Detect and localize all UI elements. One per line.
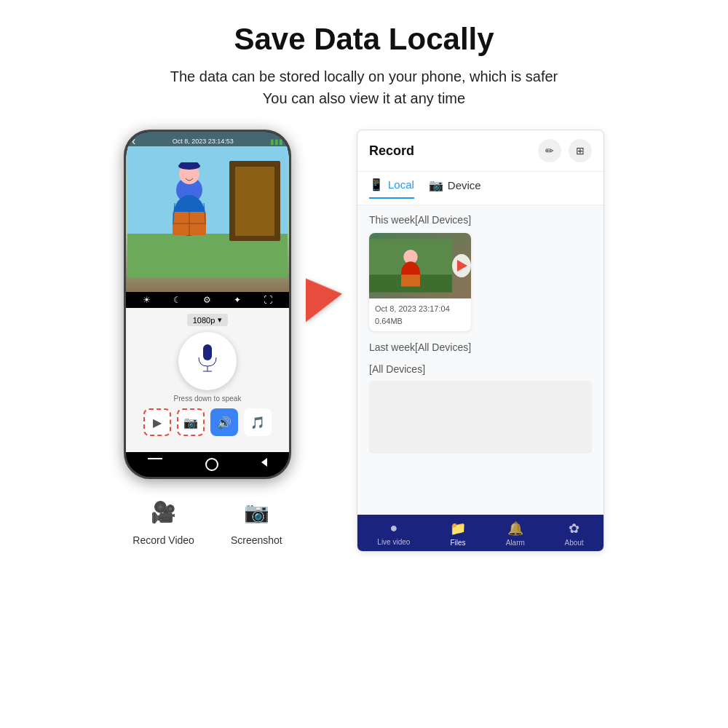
record-video-bottom-label: Record Video <box>132 534 194 546</box>
local-tab-icon: 📱 <box>369 178 384 191</box>
music-button[interactable]: 🎵 <box>244 408 272 436</box>
local-tab-label: Local <box>388 178 414 191</box>
moon-icon[interactable]: ☾ <box>173 295 181 305</box>
live-video-nav-label: Live video <box>377 538 410 546</box>
files-nav-label: Files <box>450 539 465 547</box>
record-video-button[interactable]: ▶ <box>143 408 171 436</box>
app-header-title: Record <box>369 143 414 159</box>
action-buttons: ▶ 📷 🔊 🎵 <box>143 408 272 436</box>
brightness2-icon[interactable]: ✦ <box>234 295 241 305</box>
nav-files[interactable]: 📁 Files <box>450 521 466 547</box>
video-size-1: 0.64MB <box>375 315 465 328</box>
settings-icon[interactable]: ⚙ <box>203 295 211 305</box>
layers-icon-button[interactable]: ⊞ <box>569 139 592 162</box>
phone-nav-bar <box>126 452 289 477</box>
all-devices-empty <box>369 381 592 454</box>
svg-rect-14 <box>203 344 212 360</box>
tab-local[interactable]: 📱 Local <box>369 178 414 199</box>
tab-device[interactable]: 📷 Device <box>429 178 481 199</box>
resolution-dropdown-icon: ▾ <box>218 315 222 325</box>
thumbnail-svg <box>369 233 452 298</box>
microphone-icon <box>196 344 219 378</box>
edit-icon: ✏ <box>545 145 554 157</box>
files-nav-icon: 📁 <box>450 521 466 537</box>
subtitle-line1: The data can be stored locally on your p… <box>170 68 558 84</box>
svg-rect-3 <box>235 167 274 236</box>
play-button-1[interactable] <box>452 254 471 277</box>
nav-menu-icon[interactable] <box>148 458 162 459</box>
svg-rect-8 <box>180 162 199 168</box>
app-header-icons: ✏ ⊞ <box>538 139 592 162</box>
page-subtitle: The data can be stored locally on your p… <box>170 66 558 109</box>
page-container: Save Data Locally The data can be stored… <box>0 0 728 728</box>
press-to-speak-label: Press down to speak <box>174 395 242 403</box>
alarm-nav-label: Alarm <box>506 539 525 547</box>
camera-scene <box>126 132 289 292</box>
app-screen: Record ✏ ⊞ 📱 Local 📷 De <box>357 130 604 552</box>
this-week-label: This week[All Devices] <box>369 214 592 226</box>
resolution-value: 1080p <box>193 316 215 325</box>
resolution-selector[interactable]: 1080p ▾ <box>187 314 229 326</box>
live-video-nav-icon: ● <box>389 521 397 536</box>
app-content: This week[All Devices] <box>357 205 604 515</box>
nav-home-icon[interactable] <box>205 458 218 471</box>
main-content: ‹ Oct 8, 2023 23:14:53 ▮▮▮ <box>29 130 699 713</box>
edit-icon-button[interactable]: ✏ <box>538 139 561 162</box>
video-thumbnail-1 <box>369 233 471 298</box>
screenshot-icon: 📷 <box>183 416 198 430</box>
subtitle-line2: You can also view it at any time <box>263 90 465 106</box>
alarm-nav-icon: 🔔 <box>507 521 523 537</box>
nav-back-icon[interactable] <box>261 458 267 467</box>
phone-bottom-icons: 🎥 Record Video 📷 Screenshot <box>132 494 282 546</box>
video-card-1[interactable]: Oct 8, 2023 23:17:04 0.64MB <box>369 233 471 331</box>
app-tabs: 📱 Local 📷 Device <box>357 172 604 205</box>
record-video-label-item: 🎥 Record Video <box>132 494 194 546</box>
delivery-scene-svg <box>127 146 288 277</box>
speaker-icon: 🔊 <box>217 416 232 430</box>
screenshot-label-item: 📷 Screenshot <box>231 494 282 546</box>
nav-live-video[interactable]: ● Live video <box>377 521 410 547</box>
arrow-section <box>306 130 342 319</box>
app-header: Record ✏ ⊞ <box>357 130 604 172</box>
record-video-bottom-icon: 🎥 <box>146 494 182 530</box>
camera-controls: ☀ ☾ ⚙ ✦ ⛶ <box>126 292 289 308</box>
all-devices-label: [All Devices] <box>369 363 592 375</box>
phone-mockup: ‹ Oct 8, 2023 23:14:53 ▮▮▮ <box>124 130 291 479</box>
video-date-1: Oct 8, 2023 23:17:04 <box>375 303 465 315</box>
phone-bottom-controls: 1080p ▾ <box>126 308 289 452</box>
app-bottom-nav: ● Live video 📁 Files 🔔 Alarm ✿ About <box>357 515 604 551</box>
nav-about[interactable]: ✿ About <box>565 521 584 547</box>
device-tab-icon: 📷 <box>429 178 443 192</box>
last-week-label: Last week[All Devices] <box>369 341 592 353</box>
page-title: Save Data Locally <box>234 22 494 57</box>
layers-icon: ⊞ <box>576 145 585 157</box>
camera-view: ‹ Oct 8, 2023 23:14:53 ▮▮▮ <box>126 132 289 292</box>
screenshot-bottom-icon: 📷 <box>238 494 274 530</box>
phone-inner: ‹ Oct 8, 2023 23:14:53 ▮▮▮ <box>126 132 289 477</box>
about-nav-label: About <box>565 539 584 547</box>
record-video-icon: ▶ <box>153 416 162 430</box>
screenshot-button[interactable]: 📷 <box>177 408 205 436</box>
speaker-button[interactable]: 🔊 <box>210 408 238 436</box>
device-tab-label: Device <box>448 179 481 191</box>
right-arrow-icon <box>306 272 342 323</box>
play-triangle-icon <box>457 260 467 272</box>
music-icon: 🎵 <box>250 416 265 430</box>
fullscreen-icon[interactable]: ⛶ <box>264 295 272 305</box>
video-info-1: Oct 8, 2023 23:17:04 0.64MB <box>369 298 471 331</box>
screenshot-bottom-label: Screenshot <box>231 534 282 546</box>
about-nav-icon: ✿ <box>569 521 579 537</box>
phone-section: ‹ Oct 8, 2023 23:14:53 ▮▮▮ <box>124 130 291 546</box>
svg-rect-21 <box>401 274 420 286</box>
brightness-icon[interactable]: ☀ <box>143 295 151 305</box>
mic-button[interactable] <box>178 332 237 390</box>
nav-alarm[interactable]: 🔔 Alarm <box>506 521 525 547</box>
